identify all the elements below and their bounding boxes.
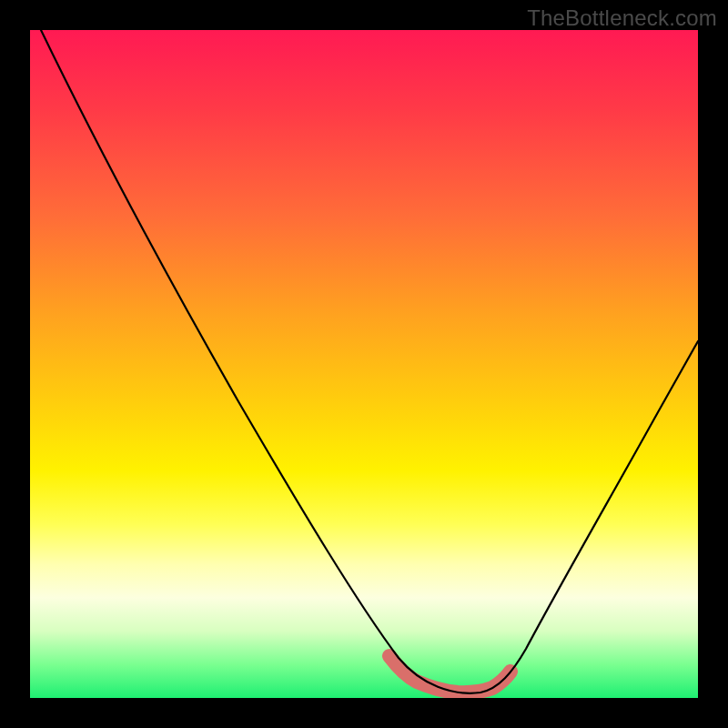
chart-frame: TheBottleneck.com (0, 0, 728, 728)
bottleneck-curve (41, 30, 698, 693)
curve-overlay (30, 30, 698, 698)
plot-area (30, 30, 698, 698)
watermark-text: TheBottleneck.com (527, 5, 717, 31)
